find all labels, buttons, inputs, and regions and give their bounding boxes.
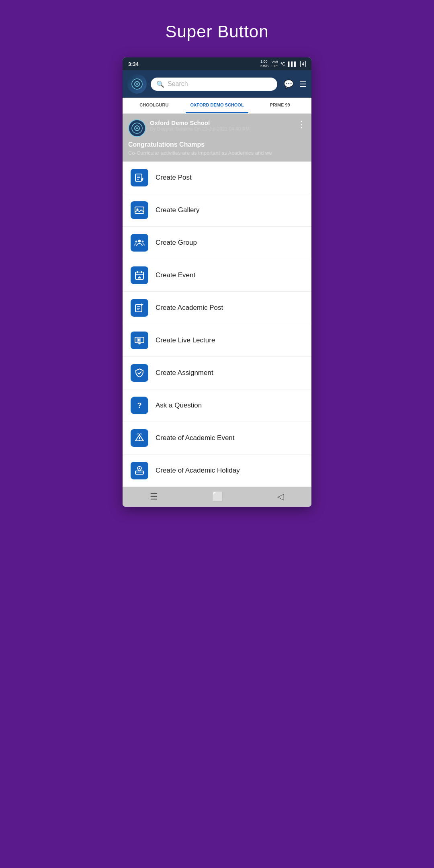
svg-point-14 [142, 241, 144, 243]
post-meta: By Deepak Tadakhe On 23-Jul-2021 04:40 P… [150, 126, 297, 132]
menu-item-create-gallery[interactable]: Create Gallery [123, 194, 311, 227]
svg-point-13 [135, 241, 137, 243]
nav-menu-icon[interactable]: ☰ [150, 491, 158, 502]
create-academic-holiday-icon [131, 462, 148, 479]
create-academic-post-label: Create Academic Post [156, 304, 223, 312]
avatar[interactable] [127, 74, 147, 94]
post-school-name: Oxford Demo School [150, 119, 297, 126]
create-academic-event-icon [131, 429, 148, 447]
svg-text:?: ? [137, 401, 142, 409]
create-academic-event-label: Create of Academic Event [156, 434, 235, 442]
battery-icon: 4 [300, 61, 306, 67]
svg-point-5 [136, 127, 138, 129]
tab-oxford[interactable]: OXFORD DEMO SCHOOL [186, 98, 249, 113]
outer-wrapper: Super Button 3:34 1.00KB/S VoBLTE ⁴G ▌▌▌… [108, 0, 326, 507]
post-info: Oxford Demo School By Deepak Tadakhe On … [150, 119, 297, 132]
svg-rect-10 [135, 207, 144, 213]
svg-point-31 [139, 440, 140, 440]
post-more-icon[interactable]: ⋮ [297, 119, 306, 130]
ask-question-label: Ask a Question [156, 401, 202, 409]
create-academic-holiday-label: Create of Academic Holiday [156, 467, 240, 475]
post-desc: Co-Curricular activities are as importan… [128, 150, 306, 156]
create-group-label: Create Group [156, 239, 197, 247]
menu-item-create-assignment[interactable]: Create Assignment [123, 357, 311, 389]
menu-icon[interactable]: ☰ [299, 79, 307, 89]
create-gallery-icon [131, 201, 148, 219]
menu-item-create-post[interactable]: Create Post [123, 162, 311, 194]
post-card: Oxford Demo School By Deepak Tadakhe On … [123, 114, 311, 162]
create-assignment-icon [131, 364, 148, 382]
create-post-label: Create Post [156, 174, 192, 182]
network-speed: 1.00KB/S [260, 59, 269, 68]
svg-point-33 [139, 468, 140, 469]
create-assignment-label: Create Assignment [156, 369, 213, 377]
tab-prime99[interactable]: PRIME 99 [248, 98, 311, 113]
menu-item-create-academic-event[interactable]: Create of Academic Event [123, 422, 311, 454]
status-icons: 1.00KB/S VoBLTE ⁴G ▌▌▌ 4 [260, 59, 306, 68]
menu-item-create-group[interactable]: Create Group [123, 227, 311, 259]
nav-home-icon[interactable]: ⬜ [212, 491, 223, 502]
create-post-icon [131, 169, 148, 186]
bottom-nav: ☰ ⬜ ◁ [123, 487, 311, 507]
chat-icon[interactable]: 💬 [284, 79, 294, 89]
ask-question-icon: ? [131, 397, 148, 414]
create-academic-post-icon [131, 299, 148, 317]
header-icons: 💬 ☰ [284, 79, 307, 89]
create-gallery-label: Create Gallery [156, 206, 200, 214]
status-bar: 3:34 1.00KB/S VoBLTE ⁴G ▌▌▌ 4 [123, 57, 311, 70]
nav-back-icon[interactable]: ◁ [277, 491, 284, 502]
signal-bars: ▌▌▌ [288, 61, 297, 66]
tab-choolguru[interactable]: CHOOLGURU [123, 98, 186, 113]
svg-point-2 [136, 83, 138, 85]
volte-icon: VoBLTE [271, 60, 278, 68]
search-bar[interactable]: 🔍 Search [151, 78, 277, 91]
app-header: 🔍 Search 💬 ☰ [123, 70, 311, 98]
page-title: Super Button [165, 22, 268, 41]
status-time: 3:34 [128, 61, 139, 67]
network-icon: ⁴G [280, 61, 286, 67]
avatar-image [127, 74, 147, 94]
post-avatar [128, 119, 146, 137]
create-live-lecture-label: Create Live Lecture [156, 336, 215, 344]
menu-item-ask-question[interactable]: ? Ask a Question [123, 389, 311, 422]
svg-point-12 [138, 240, 141, 243]
create-live-lecture-icon [131, 332, 148, 349]
create-group-icon [131, 234, 148, 252]
menu-item-create-academic-post[interactable]: Create Academic Post [123, 292, 311, 324]
tab-bar: CHOOLGURU OXFORD DEMO SCHOOL PRIME 99 [123, 98, 311, 114]
phone-frame: 3:34 1.00KB/S VoBLTE ⁴G ▌▌▌ 4 [123, 57, 311, 507]
menu-item-create-academic-holiday[interactable]: Create of Academic Holiday [123, 454, 311, 487]
post-title: Congratulations Champs [128, 141, 306, 148]
search-icon: 🔍 [156, 80, 164, 88]
menu-item-create-live-lecture[interactable]: Create Live Lecture [123, 324, 311, 357]
create-event-label: Create Event [156, 271, 195, 279]
search-placeholder: Search [168, 80, 188, 88]
menu-item-create-event[interactable]: Create Event [123, 259, 311, 292]
create-event-icon [131, 266, 148, 284]
menu-list: Create Post Create Gallery [123, 162, 311, 487]
post-header: Oxford Demo School By Deepak Tadakhe On … [128, 119, 306, 137]
